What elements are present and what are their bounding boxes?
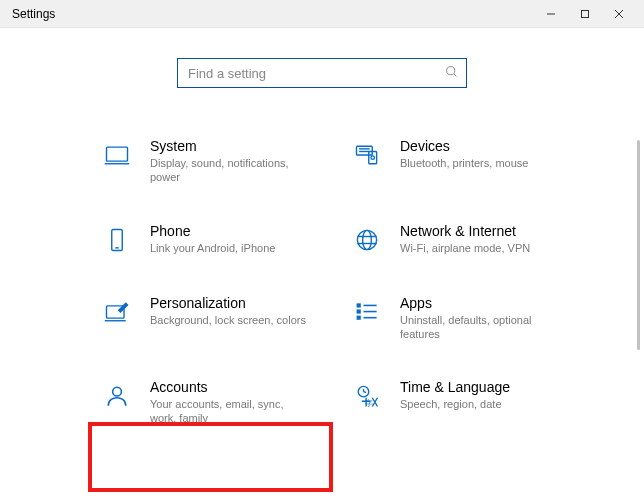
svg-rect-21 [357, 304, 360, 307]
category-desc: Background, lock screen, colors [150, 313, 306, 327]
svg-line-30 [364, 392, 367, 393]
search-icon [445, 65, 458, 81]
category-devices[interactable]: Devices Bluetooth, printers, mouse [350, 138, 580, 185]
close-button[interactable] [602, 0, 636, 28]
highlight-box [88, 422, 333, 492]
svg-point-15 [357, 230, 376, 249]
category-title: Devices [400, 138, 528, 154]
devices-icon [350, 138, 384, 172]
category-title: System [150, 138, 310, 154]
close-icon [614, 9, 624, 19]
category-title: Personalization [150, 295, 306, 311]
search-box[interactable] [177, 58, 467, 88]
svg-rect-6 [107, 147, 128, 161]
system-icon [100, 138, 134, 172]
search-input[interactable] [186, 65, 445, 82]
svg-rect-25 [357, 316, 360, 319]
titlebar: Settings [0, 0, 644, 28]
category-desc: Speech, region, date [400, 397, 510, 411]
minimize-icon [546, 9, 556, 19]
svg-line-5 [454, 74, 456, 76]
svg-text:字: 字 [365, 399, 373, 408]
category-phone[interactable]: Phone Link your Android, iPhone [100, 223, 330, 257]
content: System Display, sound, notifications, po… [0, 28, 644, 426]
category-desc: Display, sound, notifications, power [150, 156, 310, 185]
category-desc: Uninstall, defaults, optional features [400, 313, 560, 342]
svg-point-27 [113, 387, 122, 396]
svg-point-12 [371, 156, 375, 160]
category-desc: Wi-Fi, airplane mode, VPN [400, 241, 530, 255]
maximize-button[interactable] [568, 0, 602, 28]
time-language-icon: 字 [350, 379, 384, 413]
category-system[interactable]: System Display, sound, notifications, po… [100, 138, 330, 185]
apps-icon [350, 295, 384, 329]
svg-rect-8 [357, 146, 373, 155]
window-title: Settings [12, 7, 55, 21]
network-icon [350, 223, 384, 257]
minimize-button[interactable] [534, 0, 568, 28]
category-network[interactable]: Network & Internet Wi-Fi, airplane mode,… [350, 223, 580, 257]
svg-rect-23 [357, 310, 360, 313]
maximize-icon [580, 9, 590, 19]
scrollbar[interactable] [637, 140, 640, 350]
accounts-icon [100, 379, 134, 413]
personalization-icon [100, 295, 134, 329]
category-desc: Your accounts, email, sync, work, family [150, 397, 310, 426]
category-title: Phone [150, 223, 275, 239]
category-title: Apps [400, 295, 560, 311]
category-time-language[interactable]: 字 Time & Language Speech, region, date [350, 379, 580, 426]
svg-rect-1 [582, 10, 589, 17]
category-desc: Bluetooth, printers, mouse [400, 156, 528, 170]
category-title: Network & Internet [400, 223, 530, 239]
svg-point-4 [447, 67, 455, 75]
category-personalization[interactable]: Personalization Background, lock screen,… [100, 295, 330, 342]
category-title: Accounts [150, 379, 310, 395]
categories-grid: System Display, sound, notifications, po… [100, 138, 580, 426]
category-title: Time & Language [400, 379, 510, 395]
svg-point-16 [363, 230, 372, 249]
category-accounts[interactable]: Accounts Your accounts, email, sync, wor… [100, 379, 330, 426]
window-buttons [534, 0, 636, 28]
category-desc: Link your Android, iPhone [150, 241, 275, 255]
phone-icon [100, 223, 134, 257]
category-apps[interactable]: Apps Uninstall, defaults, optional featu… [350, 295, 580, 342]
